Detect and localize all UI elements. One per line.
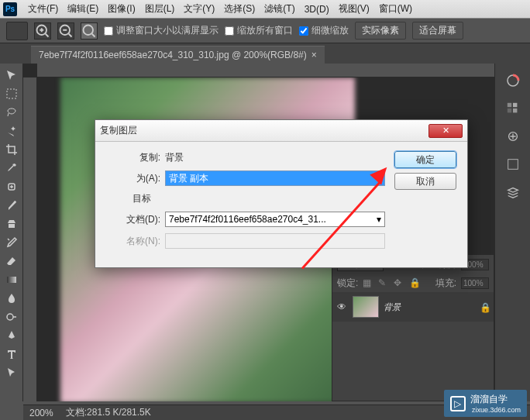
zoom-out-icon[interactable]: [57, 22, 74, 40]
svg-rect-11: [513, 108, 517, 112]
tab-close-icon[interactable]: ×: [311, 50, 317, 60]
play-icon: ▷: [450, 396, 466, 411]
adjustments-panel-icon[interactable]: [502, 126, 524, 147]
scrubby-zoom-checkbox[interactable]: 细微缩放: [299, 24, 349, 37]
document-tab-bar: 7ebe7f74f2f0116eef658ae270c4_310_310.jpg…: [0, 43, 530, 64]
doc-info[interactable]: 文档:281.5 K/281.5K: [66, 406, 151, 419]
layer-name: 背景: [384, 301, 401, 313]
menu-view[interactable]: 视图(V): [334, 2, 374, 15]
healing-brush-tool[interactable]: [2, 178, 21, 195]
type-tool[interactable]: [2, 346, 21, 363]
gradient-tool[interactable]: [2, 271, 21, 288]
lock-all-icon[interactable]: 🔒: [409, 277, 420, 288]
dodge-tool[interactable]: [2, 308, 21, 325]
actual-pixels-button[interactable]: 实际像素: [355, 22, 406, 40]
zoom-in-icon[interactable]: [34, 22, 51, 40]
svg-rect-10: [507, 108, 511, 112]
pen-tool[interactable]: [2, 327, 21, 344]
options-bar: 调整窗口大小以满屏显示 缩放所有窗口 细微缩放 实际像素 适合屏幕: [0, 19, 530, 43]
lasso-tool[interactable]: [2, 104, 21, 121]
clone-stamp-tool[interactable]: [2, 215, 21, 232]
visibility-icon[interactable]: 👁: [337, 301, 348, 312]
watermark-text: 溜溜自学: [470, 393, 521, 406]
watermark: ▷ 溜溜自学 zixue.3d66.com: [444, 390, 527, 417]
history-brush-tool[interactable]: [2, 234, 21, 251]
dialog-titlebar[interactable]: 复制图层 ✕: [95, 120, 467, 142]
document-label: 文档(D):: [106, 213, 165, 226]
svg-point-2: [84, 25, 94, 35]
layer-lock-icon: 🔒: [480, 302, 489, 312]
lock-transparent-icon[interactable]: ▦: [363, 277, 373, 288]
document-dropdown[interactable]: 7ebe7f74f2f0116eef658ae270c4_31... ▾: [165, 212, 385, 227]
svg-rect-8: [507, 103, 511, 107]
copy-label: 复制:: [106, 151, 165, 164]
layers-panel-icon[interactable]: [502, 181, 524, 203]
watermark-url: zixue.3d66.com: [472, 406, 521, 414]
menu-image[interactable]: 图像(I): [103, 2, 139, 15]
eyedropper-tool[interactable]: [2, 160, 21, 177]
scrubby-zoom-label: 细微缩放: [311, 24, 349, 37]
duplicate-layer-dialog: 复制图层 ✕ 复制: 背景 为(A): 目标 文档(D): 7ebe7f74f2…: [95, 119, 468, 268]
menu-3d[interactable]: 3D(D): [300, 4, 334, 15]
tool-preset-picker[interactable]: [6, 22, 28, 40]
menu-bar: Ps 文件(F) 编辑(E) 图像(I) 图层(L) 文字(Y) 选择(S) 滤…: [0, 0, 530, 19]
svg-rect-5: [7, 277, 16, 283]
fill-label: 填充:: [435, 277, 456, 290]
right-dock: [494, 64, 530, 401]
dialog-close-button[interactable]: ✕: [428, 124, 463, 138]
resize-window-label: 调整窗口大小以满屏显示: [116, 24, 219, 37]
magic-wand-tool[interactable]: [2, 122, 21, 139]
menu-type[interactable]: 文字(Y): [179, 2, 219, 15]
brush-tool[interactable]: [2, 197, 21, 214]
document-dropdown-value: 7ebe7f74f2f0116eef658ae270c4_31...: [169, 214, 326, 225]
name-text-field: [165, 233, 385, 249]
eraser-tool[interactable]: [2, 253, 21, 270]
as-text-field[interactable]: [165, 170, 385, 186]
svg-rect-9: [513, 103, 517, 107]
resize-window-checkbox[interactable]: 调整窗口大小以满屏显示: [104, 24, 219, 37]
marquee-tool[interactable]: [2, 85, 21, 102]
move-tool[interactable]: [2, 67, 21, 84]
fill-field[interactable]: [461, 277, 489, 289]
styles-panel-icon[interactable]: [502, 153, 524, 175]
fit-screen-button[interactable]: 适合屏幕: [412, 22, 463, 40]
zoom-all-checkbox[interactable]: 缩放所有窗口: [225, 24, 293, 37]
app-logo: Ps: [3, 2, 17, 16]
layer-list: 👁 背景 🔒: [332, 292, 494, 322]
layer-thumbnail[interactable]: [353, 296, 379, 318]
color-panel-icon[interactable]: [502, 70, 524, 91]
document-tab-label: 7ebe7f74f2f0116eef658ae270c4_310_310.jpg…: [39, 50, 307, 60]
path-selection-tool[interactable]: [2, 364, 21, 381]
ok-button[interactable]: 确定: [394, 151, 456, 168]
zoom-tool-icon[interactable]: [81, 22, 98, 40]
ruler-horizontal[interactable]: [37, 64, 494, 77]
zoom-all-label: 缩放所有窗口: [237, 24, 293, 37]
zoom-percent[interactable]: 200%: [29, 408, 53, 418]
copy-value: 背景: [165, 151, 184, 164]
layers-panel: 正常 不透明度: 锁定: ▦ ✎ ✥ 🔒 填充: 👁 背景 🔒: [332, 254, 494, 401]
svg-point-6: [7, 314, 13, 320]
lock-paint-icon[interactable]: ✎: [378, 277, 389, 288]
crop-tool[interactable]: [2, 141, 21, 158]
menu-select[interactable]: 选择(S): [219, 2, 260, 15]
lock-position-icon[interactable]: ✥: [394, 277, 404, 288]
chevron-down-icon: ▾: [377, 214, 381, 225]
destination-section-label: 目标: [106, 192, 165, 205]
svg-rect-13: [508, 160, 518, 170]
ruler-vertical[interactable]: [23, 77, 37, 401]
tools-panel: [0, 64, 23, 401]
name-label: 名称(N):: [106, 235, 165, 248]
menu-edit[interactable]: 编辑(E): [63, 2, 103, 15]
document-tab[interactable]: 7ebe7f74f2f0116eef658ae270c4_310_310.jpg…: [31, 46, 325, 64]
swatches-panel-icon[interactable]: [502, 98, 524, 119]
cancel-button[interactable]: 取消: [394, 173, 456, 190]
menu-layer[interactable]: 图层(L): [140, 2, 180, 15]
lock-label: 锁定:: [337, 277, 358, 290]
menu-window[interactable]: 窗口(W): [374, 2, 417, 15]
layer-row[interactable]: 👁 背景 🔒: [332, 292, 494, 322]
dialog-title: 复制图层: [100, 124, 137, 137]
menu-file[interactable]: 文件(F): [23, 2, 63, 15]
blur-tool[interactable]: [2, 290, 21, 307]
as-label: 为(A):: [106, 172, 165, 185]
menu-filter[interactable]: 滤镜(T): [260, 2, 299, 15]
